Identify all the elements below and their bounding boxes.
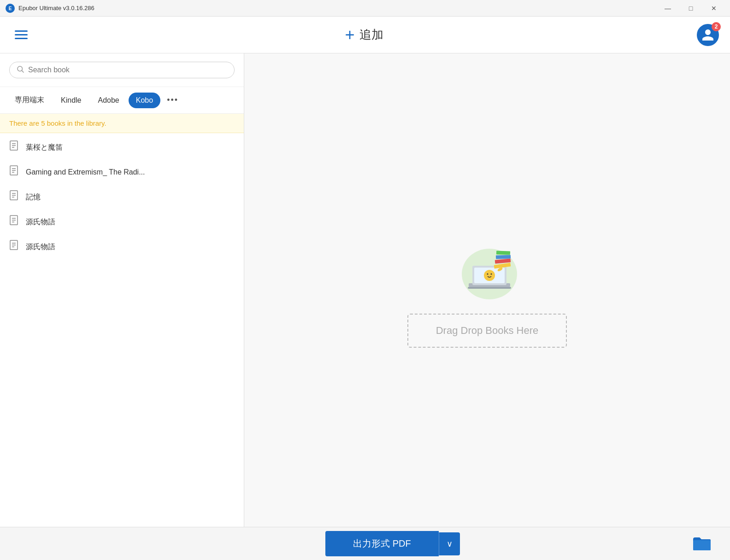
book-title: 記憶 <box>26 192 41 202</box>
title-bar-controls: — □ ✕ <box>657 2 724 15</box>
book-file-icon <box>9 215 19 229</box>
book-file-icon <box>9 140 19 154</box>
drop-illustration: Drag Drop Books Here <box>407 233 567 348</box>
list-item[interactable]: 源氏物語 <box>0 234 244 259</box>
right-panel: Drag Drop Books Here <box>244 53 730 527</box>
output-dropdown-button[interactable]: ∨ <box>439 532 460 555</box>
list-item[interactable]: Gaming and Extremism_ The Radi... <box>0 160 244 185</box>
output-button-group: 出力形式 PDF ∨ <box>325 531 460 556</box>
hamburger-line-3 <box>15 38 28 39</box>
add-label: 追加 <box>359 27 383 43</box>
add-icon: + <box>345 25 354 45</box>
book-file-icon <box>9 240 19 254</box>
title-bar: E Epubor Ultimate v3.0.16.286 — □ ✕ <box>0 0 730 17</box>
list-item[interactable]: 記憶 <box>0 185 244 210</box>
tab-adobe[interactable]: Adobe <box>90 93 126 108</box>
svg-rect-37 <box>693 540 711 550</box>
open-folder-button[interactable] <box>692 536 712 552</box>
tabs-row: 専用端末 Kindle Adobe Kobo ••• <box>0 87 244 114</box>
maximize-button[interactable]: □ <box>680 2 701 15</box>
library-notice: There are 5 books in the library. <box>0 114 244 133</box>
svg-line-3 <box>22 70 24 72</box>
book-file-icon <box>9 165 19 179</box>
list-item[interactable]: 源氏物語 <box>0 210 244 234</box>
bottom-bar: 出力形式 PDF ∨ <box>0 527 730 560</box>
book-title: 源氏物語 <box>26 242 55 252</box>
toolbar-right: 2 <box>697 24 719 46</box>
title-bar-left: E Epubor Ultimate v3.0.16.286 <box>6 4 94 13</box>
add-button[interactable]: + 追加 <box>345 25 383 45</box>
svg-rect-32 <box>496 251 510 255</box>
tab-kindle[interactable]: Kindle <box>53 93 88 108</box>
search-icon <box>16 65 24 75</box>
book-title: 葉桜と魔笛 <box>26 143 63 152</box>
hamburger-menu-button[interactable] <box>11 27 31 43</box>
svg-rect-28 <box>468 287 511 289</box>
hamburger-line-2 <box>15 34 28 35</box>
minimize-button[interactable]: — <box>657 2 678 15</box>
svg-text:E: E <box>9 6 12 11</box>
toolbar: + 追加 2 <box>0 17 730 53</box>
book-file-icon <box>9 190 19 204</box>
svg-point-33 <box>484 270 495 281</box>
svg-point-35 <box>490 274 492 275</box>
book-title: 源氏物語 <box>26 217 55 227</box>
laptop-books-illustration <box>441 233 533 306</box>
left-panel: 専用端末 Kindle Adobe Kobo ••• There are 5 b… <box>0 53 244 527</box>
search-input[interactable] <box>28 66 228 74</box>
notification-badge: 2 <box>712 22 721 31</box>
toolbar-left <box>11 27 31 43</box>
search-box <box>9 62 235 78</box>
folder-icon <box>692 536 712 552</box>
book-title: Gaming and Extremism_ The Radi... <box>26 168 145 176</box>
drag-drop-area[interactable]: Drag Drop Books Here <box>407 314 567 348</box>
tab-kobo[interactable]: Kobo <box>129 93 160 108</box>
svg-rect-31 <box>496 255 511 259</box>
hamburger-line-1 <box>15 30 28 32</box>
book-list: 葉桜と魔笛 Gaming and Extremism_ The Radi... <box>0 133 244 527</box>
more-tabs-button[interactable]: ••• <box>162 93 183 108</box>
content-area: 専用端末 Kindle Adobe Kobo ••• There are 5 b… <box>0 53 730 527</box>
list-item[interactable]: 葉桜と魔笛 <box>0 135 244 160</box>
output-format-button[interactable]: 出力形式 PDF <box>325 531 439 556</box>
close-button[interactable]: ✕ <box>703 2 724 15</box>
app-title: Epubor Ultimate v3.0.16.286 <box>18 5 94 12</box>
toolbar-center: + 追加 <box>345 25 383 45</box>
tab-dedicated[interactable]: 専用端末 <box>7 92 52 109</box>
search-container <box>0 53 244 87</box>
app-icon: E <box>6 4 15 13</box>
svg-point-2 <box>18 66 23 71</box>
svg-point-34 <box>487 274 488 275</box>
